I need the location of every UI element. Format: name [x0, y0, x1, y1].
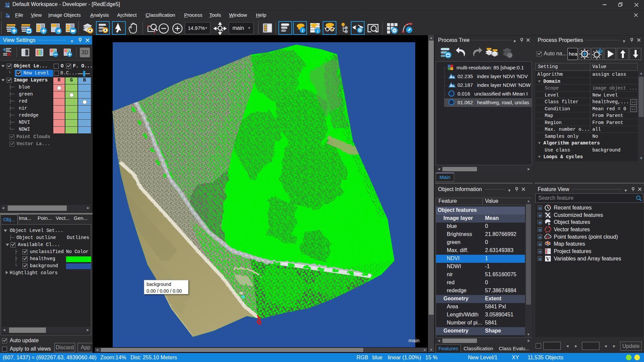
svg-text:i: i [302, 28, 303, 33]
svg-text:V: V [546, 256, 550, 262]
svg-text:i: i [317, 28, 318, 34]
